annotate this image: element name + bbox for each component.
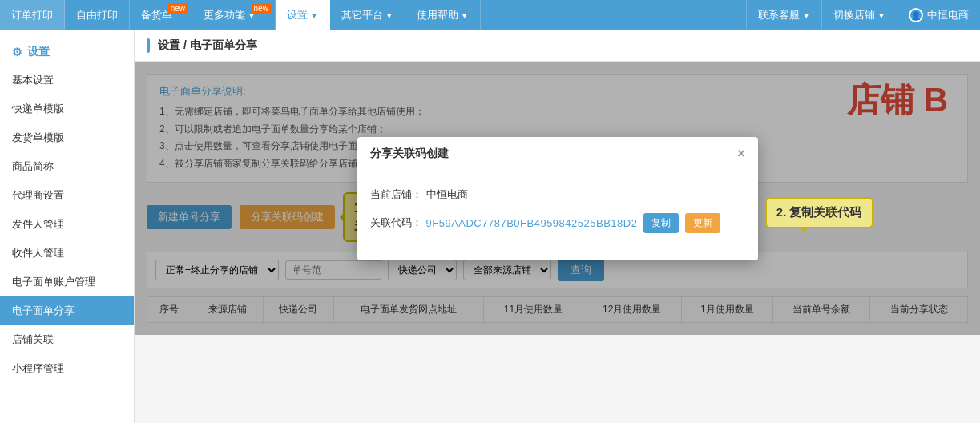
sidebar-item-receiver[interactable]: 收件人管理 — [0, 239, 134, 268]
sidebar-item-mini-program-label: 小程序管理 — [12, 362, 64, 374]
sidebar-item-express-single[interactable]: 快递单模版 — [0, 95, 134, 123]
sidebar-item-ship-single[interactable]: 发货单模版 — [0, 123, 134, 152]
tooltip-annotation-2: 2. 复制关联代码 — [765, 197, 873, 228]
nav-other-platforms[interactable]: 其它平台 ▼ — [330, 0, 405, 30]
sidebar-item-waybill-account[interactable]: 电子面单账户管理 — [0, 268, 134, 296]
modal-store-value: 中恒电商 — [426, 187, 468, 202]
sidebar-item-waybill-share[interactable]: 电子面单分享 — [0, 296, 134, 325]
breadcrumb-bar — [147, 38, 150, 53]
tooltip2-text: 2. 复制关联代码 — [776, 205, 862, 219]
link-code-value: 9F59AADC7787B0FB4959842525BB18D2 — [426, 217, 638, 229]
main-content: 设置 / 电子面单分享 店铺 B 电子面单分享说明: 1、无需绑定店铺，即可将菜… — [135, 30, 980, 423]
nav-more-features-label: 更多功能 — [204, 8, 245, 22]
sidebar-item-waybill-share-label: 电子面单分享 — [12, 304, 75, 316]
sidebar-item-receiver-label: 收件人管理 — [12, 247, 64, 259]
nav-free-print-label: 自由打印 — [76, 8, 118, 22]
nav-prepare-goods[interactable]: 备货单 new — [130, 0, 192, 30]
nav-user[interactable]: 👤 中恒电商 — [897, 0, 980, 30]
nav-help[interactable]: 使用帮助 ▼ — [405, 0, 481, 30]
chevron-down-icon: ▼ — [877, 11, 885, 20]
nav-settings-label: 设置 — [287, 8, 308, 22]
nav-switch-store-label: 切换店铺 — [833, 8, 875, 22]
sidebar-item-product-short[interactable]: 商品简称 — [0, 152, 134, 181]
top-navigation: 订单打印 自由打印 备货单 new 更多功能 new ▼ 设置 ▼ 其它平台 ▼… — [0, 0, 980, 30]
chevron-down-icon: ▼ — [310, 11, 318, 20]
nav-order-print-label: 订单打印 — [11, 8, 53, 22]
sidebar-title-text: 设置 — [27, 45, 50, 59]
user-icon: 👤 — [909, 8, 923, 22]
nav-contact[interactable]: 联系客服 ▼ — [746, 0, 821, 30]
sidebar-item-agent-label: 代理商设置 — [12, 189, 64, 201]
inner-content: 店铺 B 电子面单分享说明: 1、无需绑定店铺，即可将菜鸟电子面单分享给其他店铺… — [135, 62, 980, 335]
sidebar-item-store-link-label: 店铺关联 — [12, 333, 54, 345]
breadcrumb: 设置 / 电子面单分享 — [135, 30, 980, 62]
prepare-goods-badge: new — [167, 3, 188, 14]
copy-button[interactable]: 复制 — [643, 213, 679, 233]
sidebar-item-mini-program[interactable]: 小程序管理 — [0, 354, 134, 383]
sidebar: ⚙ 设置 基本设置 快递单模版 发货单模版 商品简称 代理商设置 发件人管理 收… — [0, 30, 135, 423]
sidebar-item-express-label: 快递单模版 — [12, 103, 64, 115]
sidebar-item-basic-label: 基本设置 — [12, 74, 54, 86]
main-layout: ⚙ 设置 基本设置 快递单模版 发货单模版 商品简称 代理商设置 发件人管理 收… — [0, 30, 980, 423]
sidebar-item-ship-label: 发货单模版 — [12, 131, 64, 143]
nav-help-label: 使用帮助 — [417, 8, 458, 22]
nav-other-platforms-label: 其它平台 — [341, 8, 383, 22]
nav-more-features[interactable]: 更多功能 new ▼ — [192, 0, 276, 30]
nav-contact-label: 联系客服 — [758, 8, 800, 22]
sidebar-item-sender[interactable]: 发件人管理 — [0, 210, 134, 239]
modal-overlay: 分享关联码创建 × 当前店铺： 中恒电商 关联代码： 9F59AADC7787B… — [135, 62, 980, 335]
modal-title: 分享关联码创建 — [370, 147, 449, 161]
more-features-badge: new — [251, 3, 272, 14]
modal-store-row: 当前店铺： 中恒电商 — [370, 187, 745, 202]
code-row: 9F59AADC7787B0FB4959842525BB18D2 复制 更新 — [426, 213, 721, 233]
modal-dialog: 分享关联码创建 × 当前店铺： 中恒电商 关联代码： 9F59AADC7787B… — [357, 137, 758, 260]
breadcrumb-text: 设置 / 电子面单分享 — [158, 38, 257, 53]
nav-order-print[interactable]: 订单打印 — [0, 0, 65, 30]
modal-header: 分享关联码创建 × — [357, 137, 758, 171]
sidebar-item-waybill-account-label: 电子面单账户管理 — [12, 276, 95, 288]
sidebar-item-product-label: 商品简称 — [12, 160, 54, 172]
nav-user-label: 中恒电商 — [927, 8, 969, 22]
sidebar-item-store-link[interactable]: 店铺关联 — [0, 325, 134, 354]
sidebar-title: ⚙ 设置 — [0, 38, 134, 66]
modal-close-button[interactable]: × — [737, 147, 744, 161]
modal-code-row: 关联代码： 9F59AADC7787B0FB4959842525BB18D2 复… — [370, 213, 745, 233]
sidebar-item-sender-label: 发件人管理 — [12, 218, 64, 230]
settings-icon: ⚙ — [12, 46, 22, 58]
sidebar-item-basic[interactable]: 基本设置 — [0, 66, 134, 95]
sidebar-item-agent[interactable]: 代理商设置 — [0, 181, 134, 210]
nav-free-print[interactable]: 自由打印 — [65, 0, 130, 30]
refresh-button[interactable]: 更新 — [685, 213, 720, 233]
modal-store-label: 当前店铺： — [370, 187, 426, 202]
nav-settings[interactable]: 设置 ▼ — [276, 0, 330, 30]
nav-right-section: 联系客服 ▼ 切换店铺 ▼ 👤 中恒电商 — [746, 0, 980, 30]
chevron-down-icon: ▼ — [802, 11, 810, 20]
modal-body: 当前店铺： 中恒电商 关联代码： 9F59AADC7787B0FB4959842… — [357, 171, 758, 260]
chevron-down-icon: ▼ — [385, 11, 393, 20]
nav-switch-store[interactable]: 切换店铺 ▼ — [821, 0, 897, 30]
modal-code-label: 关联代码： — [370, 216, 426, 230]
chevron-down-icon: ▼ — [461, 11, 469, 20]
